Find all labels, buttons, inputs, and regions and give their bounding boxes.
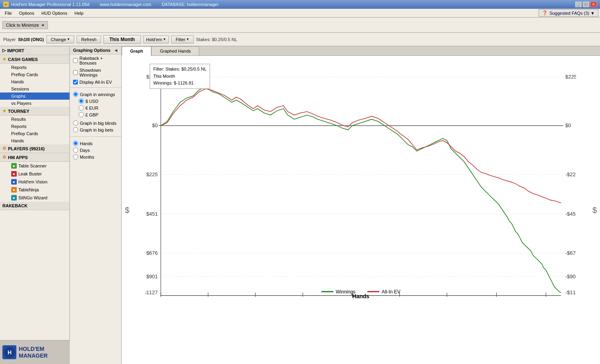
sidebar-item-tourney-preflop[interactable]: Preflop Cards: [0, 130, 69, 137]
hands-radio[interactable]: Hands: [73, 140, 118, 147]
sidebar-item-tourney-hands[interactable]: Hands: [0, 137, 69, 144]
eur-label: € EUR: [85, 106, 98, 110]
menu-options[interactable]: Options: [16, 10, 38, 16]
preflop-label: Preflop Cards: [11, 72, 38, 77]
sidebar-item-sitngo-wizard[interactable]: ■ SitNGo Wizard: [0, 194, 69, 202]
svg-text:-$676: -$676: [146, 250, 158, 256]
game-select[interactable]: Hold'em ▼: [143, 35, 169, 43]
svg-text:-$1127: -$1127: [565, 289, 576, 295]
title-bar-buttons: _ □ ✕: [575, 2, 597, 7]
collapse-icon[interactable]: ◄: [114, 48, 118, 53]
graph-in-winnings-radio[interactable]: Graph in winnings: [73, 91, 118, 98]
tab-graph[interactable]: Graph: [122, 46, 151, 56]
dollar-left-icon: $: [125, 205, 129, 214]
gbp-radio[interactable]: £ GBP: [73, 111, 118, 118]
suggested-faqs[interactable]: ❓ Suggested FAQs (3) ▼: [539, 9, 598, 17]
this-month-button[interactable]: This Month: [103, 35, 141, 44]
graph-area: Graph Graphed Hands Filter: Stakes: $0.2…: [122, 46, 600, 364]
graph-in-bb-radio[interactable]: Graph in big blinds: [73, 120, 118, 126]
graph-in-bets-radio[interactable]: Graph in big bets: [73, 126, 118, 133]
player-label: Player: [3, 37, 16, 42]
vs-players-label: vs Players: [11, 101, 32, 106]
filter-button[interactable]: Filter ▼: [171, 35, 194, 43]
menu-help[interactable]: Help: [71, 10, 87, 16]
tourney-icon: ★: [2, 108, 6, 114]
rakeback-label: RAKEBACK: [2, 203, 28, 208]
sidebar-section-rakeback[interactable]: RAKEBACK: [0, 202, 69, 210]
usd-label: $ USD: [85, 99, 98, 104]
chart-info-box: Filter: Stakes: $0.25/0.5 NL This Month …: [150, 64, 210, 89]
months-radio[interactable]: Months: [73, 153, 118, 160]
sidebar-item-hands[interactable]: Hands: [0, 78, 69, 85]
sidebar-section-import[interactable]: ▷ IMPORT: [0, 46, 69, 55]
change-button[interactable]: Change ▼: [46, 35, 74, 43]
display-allin-ev-option[interactable]: Display All-In EV: [70, 79, 121, 86]
svg-text:-$225: -$225: [146, 171, 158, 177]
showdown-winnings-option[interactable]: Showdown Winnings: [70, 67, 121, 79]
usd-radio[interactable]: $ USD: [73, 98, 118, 104]
svg-text:-$225: -$225: [565, 171, 576, 177]
rakeback-checkbox[interactable]: [73, 58, 78, 63]
rakeback-bonuses-option[interactable]: Rakeback + Bonuses: [70, 55, 121, 67]
graph-winnings-label: Graph in winnings: [80, 92, 115, 97]
allin-ev-line: [161, 89, 561, 203]
refresh-button[interactable]: Refresh: [77, 35, 101, 43]
sidebar-item-vs-players[interactable]: vs Players: [0, 100, 69, 107]
sidebar-section-cash-games[interactable]: ★ CASH GAMES: [0, 55, 69, 64]
sidebar-item-leak-buster[interactable]: ■ Leak Buster: [0, 170, 69, 178]
top-toolbar: Click to Minimize ◄: [0, 18, 600, 33]
main-content: ▷ IMPORT ★ CASH GAMES Reports Preflop Ca…: [0, 46, 600, 364]
menu-hud-options[interactable]: HUD Options: [38, 10, 71, 16]
hands-label: Hands: [11, 79, 24, 84]
graph-tabs: Graph Graphed Hands: [122, 46, 600, 56]
sidebar-item-preflop-cards[interactable]: Preflop Cards: [0, 71, 69, 78]
svg-text:$225: $225: [565, 74, 576, 80]
close-button[interactable]: ✕: [590, 2, 597, 7]
hands-x-label: Hands: [80, 141, 93, 146]
period-text: This Month: [153, 73, 206, 80]
sidebar-item-table-scanner[interactable]: ■ Table Scanner: [0, 162, 69, 170]
sidebar-section-players[interactable]: ⚙ PLAYERS (99216): [0, 144, 69, 153]
holdem-vision-icon: ■: [11, 179, 17, 185]
player-toolbar: Player Sh1lll (ONG) Change ▼ Refresh Thi…: [0, 33, 600, 46]
sidebar-item-holdem-vision[interactable]: ■ Hold'em Vision: [0, 178, 69, 186]
minimize-button[interactable]: _: [575, 2, 582, 7]
rakeback-option-label: Rakeback + Bonuses: [79, 56, 118, 65]
graphs-label: Graphs: [11, 94, 26, 98]
sidebar-item-tourney-reports[interactable]: Reports: [0, 123, 69, 130]
svg-text:-$676: -$676: [565, 250, 576, 256]
import-icon: ▷: [2, 48, 6, 53]
graphing-panel: Graphing Options ◄ Rakeback + Bonuses Sh…: [70, 46, 122, 364]
allin-ev-checkbox[interactable]: [73, 80, 78, 85]
import-label: IMPORT: [7, 48, 24, 53]
menu-file[interactable]: File: [2, 10, 15, 16]
sidebar-item-results[interactable]: Results: [0, 116, 69, 123]
bets-label: Graph in big bets: [80, 128, 113, 132]
sidebar-item-graphs[interactable]: Graphs: [0, 92, 69, 100]
sidebar-item-tablesninja[interactable]: ■ TableNinja: [0, 186, 69, 194]
winnings-line: [161, 87, 561, 293]
app-title: Hold'em Manager Professional 1.11.05d: [11, 2, 89, 7]
days-radio[interactable]: Days: [73, 147, 118, 153]
left-arrow-icon: ◄: [41, 23, 45, 27]
leak-buster-icon: ■: [11, 171, 17, 177]
minimize-button[interactable]: Click to Minimize ◄: [2, 21, 48, 29]
svg-text:$0: $0: [152, 122, 158, 128]
database: DATABASE: holdemmanager: [162, 2, 219, 7]
logo-text: HOLD'EM MANAGER: [19, 346, 48, 359]
bottom-bar: H HOLD'EM MANAGER: [0, 340, 70, 364]
player-name: Sh1lll (ONG): [18, 37, 44, 42]
faq-label: Suggested FAQs (3) ▼: [549, 11, 595, 16]
sidebar-item-sessions[interactable]: Sessions: [0, 85, 69, 92]
showdown-checkbox[interactable]: [73, 70, 78, 75]
maximize-button[interactable]: □: [583, 2, 589, 7]
minimize-label: Click to Minimize: [6, 23, 39, 28]
sidebar-item-reports[interactable]: Reports: [0, 64, 69, 71]
tab-graphed-hands[interactable]: Graphed Hands: [151, 46, 199, 56]
tablesninja-label: TableNinja: [18, 187, 39, 192]
eur-radio[interactable]: € EUR: [73, 104, 118, 111]
sidebar-section-tourney[interactable]: ★ TOURNEY: [0, 107, 69, 116]
showdown-label: Showdown Winnings: [79, 68, 118, 77]
sidebar-section-hm-apps[interactable]: ⚙ HM APPS: [0, 153, 69, 162]
leak-buster-label: Leak Buster: [18, 171, 42, 176]
